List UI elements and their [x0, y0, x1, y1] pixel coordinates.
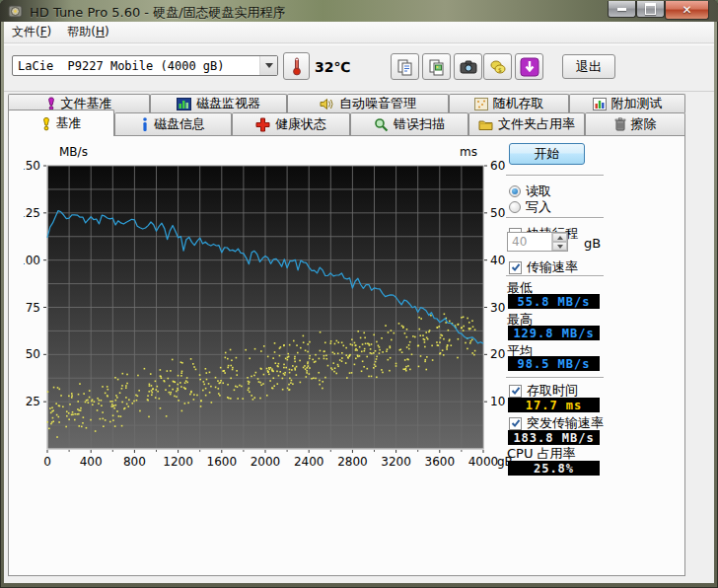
radio-icon — [509, 201, 521, 213]
info-icon — [141, 117, 149, 131]
disk-monitor-icon — [177, 98, 191, 110]
copy-image-button[interactable] — [422, 53, 451, 80]
minimize-button[interactable] — [608, 1, 636, 18]
extra-tests-icon — [593, 98, 607, 110]
magnifier-icon — [374, 117, 389, 132]
svg-text:$: $ — [498, 65, 502, 72]
temperature-value: 32℃ — [315, 59, 350, 75]
tab-extra-tests[interactable]: 附加测试 — [569, 94, 685, 112]
max-value-display: 129.8 MB/s — [508, 326, 600, 340]
folder-icon — [478, 118, 493, 131]
random-access-icon — [474, 98, 488, 110]
speaker-icon — [320, 98, 334, 110]
download-icon — [520, 57, 539, 77]
exit-button[interactable]: 退出 — [562, 54, 615, 79]
maximize-button[interactable] — [636, 1, 665, 18]
donate-button[interactable]: $ — [483, 53, 512, 80]
short-stroke-unit: gB — [584, 236, 601, 251]
app-window: HD Tune Pro 5.60 - 硬盘/固态硬盘实用程序 ✕ 文件(F) 帮… — [0, 0, 718, 588]
transfer-rate-checkbox[interactable]: 传输速率 — [509, 258, 578, 276]
window-title: HD Tune Pro 5.60 - 硬盘/固态硬盘实用程序 — [30, 4, 286, 22]
tab-error-scan[interactable]: 错误扫描 — [350, 112, 468, 135]
thermometer-icon — [291, 56, 303, 76]
checkbox-checked-icon — [509, 385, 522, 398]
tab-folder-usage[interactable]: 文件夹占用率 — [468, 112, 585, 135]
copy-text-icon — [396, 58, 414, 76]
tab-disk-info[interactable]: 磁盘信息 — [114, 112, 232, 135]
drive-select-value: LaCie P9227 Mobile (4000 gB) — [13, 59, 259, 73]
spinner-value: 40 — [508, 233, 551, 251]
checkbox-checked-icon — [509, 261, 522, 274]
separator — [506, 175, 604, 176]
cpu-usage-display: 25.8% — [508, 461, 600, 476]
separator — [506, 377, 604, 378]
min-value-display: 55.8 MB/s — [508, 294, 600, 309]
drive-select[interactable]: LaCie P9227 Mobile (4000 gB) — [12, 55, 278, 76]
minimize-icon — [617, 8, 626, 11]
spinner-up-button[interactable] — [552, 233, 567, 242]
spinner-down-button[interactable] — [552, 242, 567, 251]
tab-benchmark[interactable]: 基准 — [8, 110, 114, 136]
access-time-display: 17.7 ms — [508, 398, 600, 412]
close-button[interactable]: ✕ — [665, 1, 709, 20]
health-cross-icon — [255, 117, 270, 132]
menu-file[interactable]: 文件(F) — [4, 22, 59, 42]
tab-health[interactable]: 健康状态 — [232, 112, 350, 135]
checkbox-checked-icon — [509, 417, 522, 430]
tab-auto-acoustic[interactable]: 自动噪音管理 — [287, 94, 449, 112]
separator — [506, 217, 604, 218]
write-radio[interactable]: 写入 — [509, 198, 551, 216]
coins-icon: $ — [489, 58, 507, 76]
copy-image-icon — [428, 58, 446, 76]
camera-icon — [460, 60, 477, 74]
update-button[interactable] — [515, 53, 543, 80]
close-icon: ✕ — [682, 4, 691, 16]
app-icon — [8, 4, 23, 19]
start-button[interactable]: 开始 — [509, 143, 585, 165]
short-stroke-spinner[interactable]: 40 — [507, 232, 568, 252]
drive-select-arrow[interactable] — [259, 56, 277, 75]
temperature-button[interactable] — [283, 52, 310, 80]
maximize-icon — [645, 3, 656, 15]
tab-erase[interactable]: 擦除 — [585, 112, 685, 135]
burst-rate-display: 183.8 MB/s — [508, 430, 600, 445]
trash-icon — [614, 117, 626, 131]
menu-bar: 文件(F) 帮助(H) — [4, 22, 714, 43]
title-bar: HD Tune Pro 5.60 - 硬盘/固态硬盘实用程序 ✕ — [0, 0, 718, 22]
chevron-down-icon — [265, 63, 273, 68]
screenshot-button[interactable] — [454, 53, 482, 80]
separator — [506, 275, 604, 276]
file-benchmark-icon — [46, 97, 56, 110]
tab-random-access[interactable]: 随机存取 — [449, 94, 569, 112]
chevron-up-icon — [557, 236, 563, 240]
radio-selected-icon — [509, 185, 521, 197]
chevron-down-icon — [557, 245, 563, 249]
avg-value-display: 98.5 MB/s — [508, 356, 600, 371]
menu-help[interactable]: 帮助(H) — [59, 22, 116, 42]
tab-disk-monitor[interactable]: 磁盘监视器 — [150, 94, 287, 112]
benchmark-icon — [41, 116, 51, 131]
copy-text-button[interactable] — [391, 53, 419, 80]
